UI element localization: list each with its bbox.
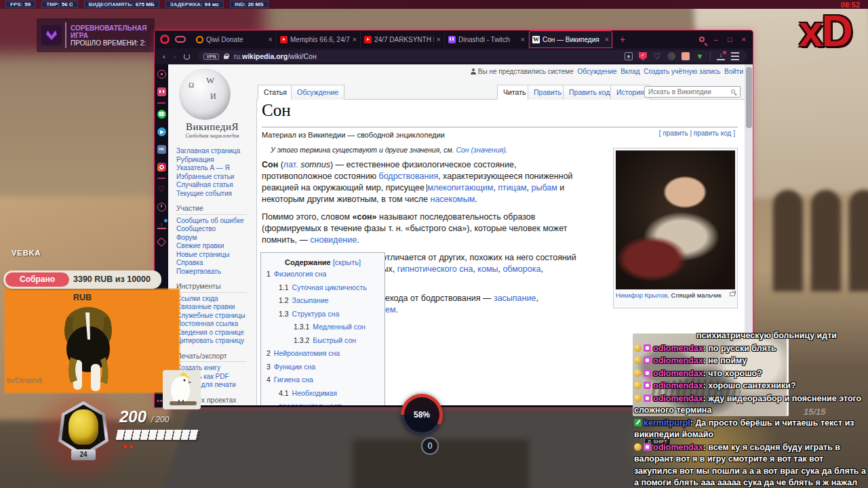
downloads-icon[interactable]: ↓ [717, 52, 725, 60]
personal-link[interactable]: Создать учётную запись [644, 68, 720, 75]
chat-username[interactable]: odiomendax [653, 356, 703, 365]
tab-close-icon[interactable]: × [521, 35, 525, 43]
twitch-rail-icon[interactable] [157, 87, 166, 96]
hatnote-link[interactable]: Сон (значения). [456, 146, 507, 154]
browser-settings-icon[interactable] [731, 52, 739, 60]
pinboard-icon[interactable] [682, 52, 690, 60]
elapsed-time: ПРОШЛО ВРЕМЕНИ: 2: [71, 39, 146, 47]
vk-icon[interactable]: VK [157, 145, 166, 154]
sidebar-link[interactable]: Справка [176, 259, 256, 268]
toc-item[interactable]: 2Нейроанатомия сна [267, 347, 379, 361]
extensions-box-icon[interactable] [157, 237, 166, 247]
tab-read[interactable]: Читать [497, 85, 532, 100]
maximize-button[interactable]: □ [728, 35, 732, 43]
sidebar-link[interactable]: Избранные статьи [176, 173, 256, 182]
snapshot-rail-icon[interactable] [157, 70, 166, 79]
minimize-button[interactable]: – [714, 35, 718, 43]
sidebar-link[interactable]: Сведения о странице [176, 329, 256, 338]
sidebar-link[interactable]: Свежие правки [176, 242, 256, 251]
toc-item[interactable]: 1.3Структура сна [267, 308, 379, 321]
personal-link[interactable]: Вклад [620, 68, 639, 75]
paragraph-2: Помимо этого, словом «сон» называют посл… [262, 211, 586, 246]
tab-article[interactable]: Статья [258, 85, 293, 100]
personal-link[interactable]: Войти [724, 68, 743, 75]
reload-icon[interactable] [184, 54, 190, 60]
sidebar-link[interactable]: Пожертвовать [176, 268, 256, 277]
edit-section-links[interactable]: [ править | править код ] [659, 129, 735, 137]
wikipedia-globe-logo[interactable]: Ω W И [179, 68, 231, 120]
scrollbar-thumb[interactable] [746, 67, 752, 128]
tab-twitch[interactable]: Dinashdi - Twitch × [445, 30, 529, 48]
sidebar-link[interactable]: Сообщить об ошибке [176, 217, 256, 226]
chat-username[interactable]: kermitpurpl [644, 418, 690, 428]
sidebar-link[interactable]: Форум [176, 234, 256, 243]
adblock-shield-icon[interactable]: ✓ [639, 52, 647, 60]
telegram-icon[interactable] [157, 127, 166, 136]
history-clock-icon[interactable] [157, 203, 166, 211]
downloads-rail-icon[interactable]: ↓ [157, 220, 166, 229]
whatsapp-icon[interactable]: ☎ [157, 110, 166, 119]
sidebar-link[interactable]: Постоянная ссылка [176, 320, 256, 329]
sleeping-boy-painting[interactable] [616, 150, 735, 289]
back-button[interactable]: ‹ [163, 52, 165, 60]
sidebar-link[interactable]: Случайная статья [176, 181, 256, 190]
opera-menu-icon[interactable] [160, 35, 170, 44]
snapshot-icon[interactable] [625, 52, 633, 60]
sidebar-link[interactable]: Сообщество [176, 225, 256, 234]
tab-darksynth-radio[interactable]: 24/7 DARKSYNTH RADIO × [361, 30, 445, 48]
toc-item[interactable]: 1Физиология сна [267, 268, 379, 281]
sidebar-link[interactable]: Цитировать страницу [176, 337, 256, 346]
sidebar-link[interactable]: Ссылки сюда [176, 295, 256, 304]
sidebar-link[interactable]: Новые страницы [176, 251, 256, 260]
tab-edit[interactable]: Править [528, 85, 568, 100]
toc-item[interactable]: 4.1Необходимая продолжительность [267, 387, 379, 408]
toc-item[interactable]: 1.3.2Быстрый сон [267, 334, 379, 348]
instagram-icon[interactable] [157, 163, 166, 171]
tab-close-icon[interactable]: × [437, 35, 441, 43]
tab-close-icon[interactable]: × [605, 35, 609, 43]
wikipedia-wordmark[interactable]: ВикипедиЯ [168, 121, 256, 133]
tab-close-icon[interactable]: × [269, 35, 273, 43]
tab-close-icon[interactable]: × [353, 35, 357, 43]
new-tab-button[interactable]: + [620, 34, 625, 45]
tab-wikipedia-son[interactable]: W Сон — Википедия × [529, 30, 613, 48]
wiki-search-magnifier-icon[interactable] [731, 89, 735, 94]
url-field[interactable]: VPN ru.wikipedia.org/wiki/Сон ✓ ♡ ▼ ↓ [198, 50, 747, 62]
vpn-badge[interactable]: VPN [203, 54, 218, 60]
sidebar-link[interactable]: Указатель А — Я [176, 164, 256, 173]
tab-memphis-phonk[interactable]: Memphis 66.6, 24/7 Phonk × [277, 30, 361, 48]
game-arch [773, 190, 803, 291]
sidebar-link[interactable]: Заглавная страница [176, 147, 256, 156]
tab-discussion[interactable]: Обсуждение [291, 85, 344, 100]
sidebar-toggle-icon[interactable] [175, 36, 186, 43]
forward-button[interactable]: › [174, 52, 176, 60]
chat-username[interactable]: odiomendax [653, 443, 703, 452]
save-to-green-icon[interactable]: ▼ [696, 52, 704, 60]
chat-username[interactable]: odiomendax [653, 381, 703, 390]
toc-item[interactable]: 4Гигиена сна [267, 373, 379, 387]
chat-username[interactable]: odiomendax [653, 344, 703, 353]
toc-item[interactable]: 3Функции сна [267, 361, 379, 374]
article-thumbnail[interactable]: Никифор Крылов. Спящий мальчик [613, 148, 738, 308]
sidebar-link[interactable]: Текущие события [176, 190, 256, 199]
toc-hide-link[interactable]: [скрыть] [333, 258, 361, 266]
toc-item[interactable]: 1.2Засыпание [267, 294, 379, 308]
bookmark-heart-icon[interactable]: ♡ [653, 52, 661, 60]
wiki-search-input[interactable] [644, 86, 741, 98]
tab-qiwi-donate[interactable]: Qiwi Donate × [193, 30, 277, 48]
sidebar-link[interactable]: Связанные правки [176, 303, 256, 312]
chat-username[interactable]: odiomendax [653, 369, 703, 378]
toc-item[interactable]: 1.3.1Медленный сон [267, 321, 379, 334]
chat-username[interactable]: odiomendax [653, 394, 703, 403]
sidebar-link[interactable]: Служебные страницы [176, 312, 256, 321]
browser-search-icon[interactable] [699, 37, 705, 42]
window-close-button[interactable]: × [742, 35, 746, 43]
sidebar-link[interactable]: Рубрикация [176, 156, 256, 165]
tab-edit-source[interactable]: Править код [563, 85, 616, 100]
extension-circle-icon[interactable] [667, 52, 675, 60]
expand-image-icon[interactable] [730, 292, 735, 296]
toc-item[interactable]: 1.1Суточная цикличность [267, 281, 379, 295]
personal-link[interactable]: Обсуждение [577, 68, 616, 75]
favorites-heart-icon[interactable]: ♡ [157, 185, 166, 194]
caption-link[interactable]: Никифор Крылов [616, 291, 667, 299]
